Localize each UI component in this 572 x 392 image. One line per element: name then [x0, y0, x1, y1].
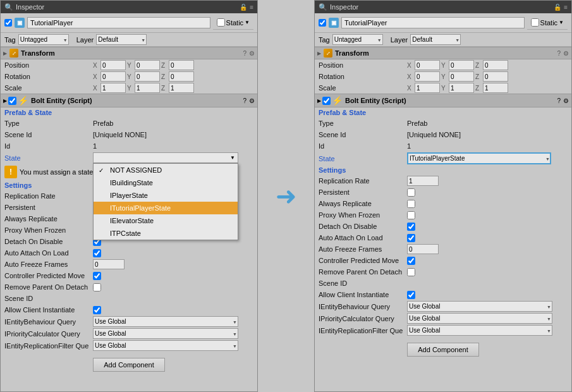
right-priority-calc-wrapper[interactable]: Use Global	[407, 313, 552, 324]
left-auto-freeze-input[interactable]	[93, 259, 125, 269]
left-tag-dropdown[interactable]: Untagged	[18, 34, 69, 45]
right-rot-x-input[interactable]	[415, 71, 440, 82]
right-proxy-frozen-row: Proxy When Frozen	[315, 209, 571, 221]
left-dropdown-item-not-assigned[interactable]: NOT ASSIGNED	[94, 164, 238, 176]
right-tag-dropdown[interactable]: Untagged	[332, 34, 383, 45]
right-add-component-button[interactable]: Add Component	[407, 343, 479, 357]
right-controller-checkbox[interactable]	[407, 257, 415, 265]
left-scale-label: Scale	[4, 84, 93, 92]
right-pos-y-input[interactable]	[449, 60, 474, 70]
left-scroll-area[interactable]: ▶ ⤢ Transform ? ⚙ Position X Y Z	[1, 47, 257, 391]
right-tag-dropdown-wrapper[interactable]: Untagged	[332, 34, 383, 45]
left-priority-calc-wrapper[interactable]: Use Global	[93, 328, 238, 339]
right-scale-x-input[interactable]	[415, 83, 440, 93]
left-dropdown-item-elevator[interactable]: IElevatorState	[94, 214, 238, 227]
left-scale-y-input[interactable]	[135, 83, 160, 93]
left-pos-z-input[interactable]	[169, 60, 194, 70]
left-entity-behaviour-wrapper[interactable]: Use Global	[93, 316, 238, 327]
right-object-name[interactable]	[341, 17, 525, 28]
left-transform-gear[interactable]: ⚙	[249, 50, 255, 57]
left-lock-icon[interactable]: 🔓	[240, 4, 247, 11]
left-auto-attach-checkbox[interactable]	[93, 249, 101, 257]
left-controller-checkbox[interactable]	[93, 272, 101, 280]
right-bolt-header[interactable]: ▶ ⚡ Bolt Entity (Script) ? ⚙	[315, 94, 571, 107]
right-entity-behaviour-dropdown[interactable]: Use Global	[407, 301, 552, 312]
left-static-checkbox[interactable]	[217, 18, 225, 27]
right-allow-client-checkbox[interactable]	[407, 291, 415, 299]
right-state-dropdown-wrapper[interactable]: ITutorialPlayerState	[407, 152, 551, 164]
right-tag-label: Tag	[319, 36, 330, 44]
right-bolt-enable-checkbox[interactable]	[322, 97, 331, 105]
right-auto-attach-row: Auto Attach On Load	[315, 232, 571, 243]
right-entity-filter-dropdown[interactable]: Use Global	[407, 325, 552, 336]
left-transform-actions: ? ⚙	[243, 50, 255, 57]
left-state-dropdown-container[interactable]: ▼ NOT ASSIGNED IBuildingState IPlayerSta…	[93, 152, 253, 163]
left-pos-y-input[interactable]	[135, 60, 160, 70]
right-replication-row: Replication Rate	[315, 175, 571, 187]
right-transform-help[interactable]: ?	[557, 50, 561, 57]
right-bolt-help[interactable]: ?	[557, 97, 561, 104]
left-entity-behaviour-dropdown[interactable]: Use Global	[93, 316, 238, 327]
right-priority-calc-dropdown[interactable]: Use Global	[407, 313, 552, 324]
left-dropdown-item-itpc[interactable]: ITPCstate	[94, 227, 238, 240]
right-static-dropdown-arrow[interactable]: ▼	[559, 20, 564, 25]
left-bolt-header[interactable]: ▶ ⚡ Bolt Entity (Script) ? ⚙	[1, 94, 257, 107]
left-dropdown-item-building[interactable]: IBuildingState	[94, 176, 238, 189]
right-scale-y-input[interactable]	[449, 83, 474, 93]
left-dropdown-item-tutorial[interactable]: ITutorialPlayerState	[94, 202, 238, 214]
left-bolt-gear[interactable]: ⚙	[249, 97, 255, 104]
left-transform-header[interactable]: ▶ ⤢ Transform ? ⚙	[1, 47, 257, 59]
left-static-dropdown-arrow[interactable]: ▼	[245, 20, 250, 25]
left-rot-z-input[interactable]	[169, 71, 194, 82]
left-rot-x-input[interactable]	[100, 71, 126, 82]
right-proxy-frozen-checkbox[interactable]	[407, 211, 415, 219]
right-entity-filter-wrapper[interactable]: Use Global	[407, 325, 552, 336]
right-scale-z-input[interactable]	[483, 83, 508, 93]
right-lock-icon[interactable]: 🔓	[554, 4, 561, 11]
left-priority-calc-dropdown[interactable]: Use Global	[93, 328, 238, 339]
right-bolt-gear[interactable]: ⚙	[563, 97, 569, 104]
right-auto-attach-checkbox[interactable]	[407, 234, 415, 242]
left-bolt-enable-checkbox[interactable]	[8, 97, 16, 105]
right-state-dropdown[interactable]: ITutorialPlayerState	[407, 152, 551, 164]
left-add-component-button[interactable]: Add Component	[93, 358, 165, 372]
right-layer-dropdown[interactable]: Default	[410, 34, 461, 45]
right-layer-dropdown-wrapper[interactable]: Default	[410, 34, 461, 45]
left-bolt-help[interactable]: ?	[243, 97, 246, 104]
left-tag-dropdown-wrapper[interactable]: Untagged	[18, 34, 69, 45]
left-menu-icon[interactable]: ≡	[250, 4, 253, 11]
right-static-checkbox[interactable]	[531, 18, 539, 27]
left-entity-filter-wrapper[interactable]: Use Global	[93, 340, 238, 351]
right-entity-behaviour-wrapper[interactable]: Use Global	[407, 301, 552, 312]
left-transform-help[interactable]: ?	[243, 50, 246, 57]
right-active-checkbox[interactable]	[319, 19, 326, 27]
left-state-selected[interactable]: ▼	[93, 152, 238, 163]
right-pos-z-input[interactable]	[483, 60, 508, 70]
left-object-name[interactable]	[27, 17, 210, 28]
left-scale-x-input[interactable]	[100, 83, 126, 93]
left-auto-freeze-label: Auto Freeze Frames	[4, 260, 93, 268]
left-dropdown-item-player[interactable]: IPlayerState	[94, 189, 238, 202]
left-layer-dropdown[interactable]: Default	[96, 34, 147, 45]
right-scroll-area[interactable]: ▶ ⤢ Transform ? ⚙ Position X Y Z	[315, 47, 571, 391]
left-pos-x-input[interactable]	[100, 60, 126, 70]
right-always-replicate-checkbox[interactable]	[407, 200, 415, 208]
right-detach-checkbox[interactable]	[407, 223, 415, 231]
right-rot-y-input[interactable]	[449, 71, 474, 82]
right-persistent-checkbox[interactable]	[407, 188, 415, 197]
right-remove-parent-checkbox[interactable]	[407, 268, 415, 276]
right-replication-input[interactable]	[407, 176, 439, 186]
right-pos-x-input[interactable]	[415, 60, 440, 70]
right-transform-header[interactable]: ▶ ⤢ Transform ? ⚙	[315, 47, 571, 59]
left-rot-y-input[interactable]	[135, 71, 160, 82]
left-entity-filter-dropdown[interactable]: Use Global	[93, 340, 238, 351]
right-menu-icon[interactable]: ≡	[564, 4, 568, 11]
left-remove-parent-checkbox[interactable]	[93, 283, 101, 291]
left-layer-dropdown-wrapper[interactable]: Default	[96, 34, 147, 45]
right-transform-gear[interactable]: ⚙	[563, 50, 569, 57]
right-rot-z-input[interactable]	[483, 71, 508, 82]
left-scale-z-input[interactable]	[169, 83, 194, 93]
left-active-checkbox[interactable]	[4, 19, 12, 27]
right-auto-freeze-input[interactable]	[407, 244, 439, 254]
left-allow-client-checkbox[interactable]	[93, 306, 101, 314]
